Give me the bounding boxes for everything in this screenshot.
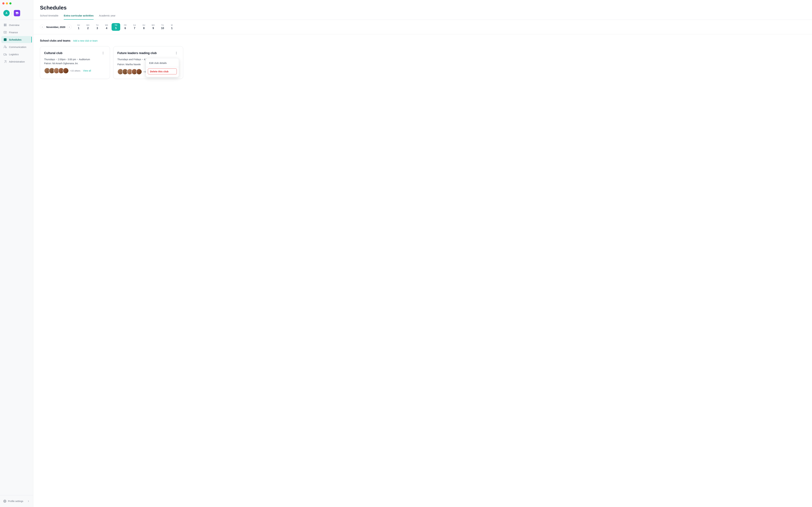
main-content: Schedules School timetable Extra curricu… (33, 0, 812, 507)
sidebar-item-label-administration: Administration (9, 60, 25, 63)
day-strip: SU 1 MO 2 TU 3 WE 4 TH 5 FR 6 (74, 23, 176, 31)
more-btn-wrapper-future: Edit club details Delete this club (174, 50, 179, 56)
club-name-future: Future leaders reading club (117, 51, 157, 55)
month-navigation: ‹ November, 2020 › (40, 24, 71, 29)
day-cell-mo2[interactable]: MO 2 (84, 23, 92, 31)
sidebar: A | Overview (0, 0, 33, 507)
day-cell-tu10[interactable]: TU 10 (158, 23, 167, 31)
day-cell-mo9[interactable]: MO 9 (149, 23, 157, 31)
sidebar-nav: Overview Finance (0, 21, 33, 65)
maximize-button[interactable] (9, 2, 11, 4)
svg-point-21 (4, 501, 5, 502)
svg-point-24 (103, 54, 103, 54)
sidebar-item-label-overview: Overview (9, 23, 19, 26)
profile-settings-item[interactable]: Profile settings (1, 498, 32, 504)
close-button[interactable] (2, 2, 4, 4)
club-dropdown-menu: Edit club details Delete this club (146, 58, 179, 77)
svg-point-13 (4, 46, 5, 47)
chevron-right-icon (27, 500, 30, 503)
day-cell-tu3[interactable]: TU 3 (93, 23, 102, 31)
clubs-grid: Cultural club Thursdays • 2:00pm - 3:00 … (40, 46, 805, 79)
sidebar-item-logistics[interactable]: Logistics (1, 51, 32, 58)
svg-point-20 (6, 61, 6, 61)
day-cell-su1[interactable]: SU 1 (74, 23, 83, 31)
sidebar-item-finance[interactable]: Finance (1, 29, 32, 36)
svg-point-11 (5, 40, 5, 40)
main-header: Schedules School timetable Extra curricu… (33, 0, 812, 20)
day-cell-fr6[interactable]: FR 6 (121, 23, 130, 31)
member-avatar-stack-cultural (44, 68, 69, 74)
member-avatar-5 (63, 68, 69, 74)
tab-academic-year[interactable]: Academic year (99, 14, 115, 20)
svg-rect-17 (4, 54, 6, 55)
traffic-lights (2, 2, 11, 4)
clubs-section-title: School clubs and teams (40, 39, 70, 42)
sidebar-item-overview[interactable]: Overview (1, 21, 32, 29)
sidebar-bottom: Profile settings (0, 495, 33, 507)
administration-icon (3, 60, 7, 63)
svg-rect-4 (4, 31, 7, 33)
svg-rect-1 (5, 24, 6, 25)
day-cell-su8[interactable]: SU 8 (140, 23, 148, 31)
club-name-cultural: Cultural club (44, 51, 62, 55)
svg-point-19 (6, 55, 6, 56)
profile-settings-label: Profile settings (8, 500, 23, 503)
logistics-icon (3, 52, 7, 56)
divider-pipe: | (11, 11, 12, 15)
delete-club-item[interactable]: Delete this club (148, 68, 177, 74)
club-card-header-future: Future leaders reading club Edit club de… (117, 50, 179, 56)
prev-month-button[interactable]: ‹ (40, 24, 45, 29)
day-cell-w1[interactable]: W 1 (167, 23, 176, 31)
schedules-icon (3, 38, 7, 42)
communication-icon (3, 45, 7, 49)
day-cell-th5-today[interactable]: TH 5 (111, 23, 120, 31)
sidebar-item-label-schedules: Schedules (9, 38, 21, 41)
svg-point-25 (176, 52, 176, 52)
club-schedule-cultural: Thursdays • 2:00pm - 3:00 pm • Auditoriu… (44, 58, 106, 61)
day-cell-sa7[interactable]: SA 7 (130, 23, 139, 31)
main-content-area: School clubs and teams Add a new club or… (33, 34, 812, 84)
svg-rect-2 (4, 25, 5, 26)
svg-point-18 (4, 55, 4, 56)
edit-club-details-item[interactable]: Edit club details (146, 60, 179, 66)
more-dots-icon (101, 51, 105, 55)
view-all-link-cultural[interactable]: View all (83, 69, 91, 72)
more-dots-icon-future (175, 51, 178, 55)
svg-point-22 (103, 52, 103, 52)
sidebar-item-label-communication: Communication (9, 46, 26, 48)
tab-school-timetable[interactable]: School timetable (40, 14, 58, 20)
club-more-button-cultural[interactable] (100, 50, 106, 56)
clubs-section-header: School clubs and teams Add a new club or… (40, 39, 805, 42)
member-avatar-f5 (136, 69, 142, 75)
club-patron-cultural: Patron: Nii Amarh Ogbonana Jnr. (44, 62, 106, 65)
club-members-cultural: +15 others View all (44, 68, 106, 74)
active-nav-indicator (31, 37, 32, 43)
club-more-button-future[interactable] (174, 50, 179, 56)
overview-icon (3, 23, 7, 27)
user-avatar[interactable]: A (3, 10, 10, 16)
school-logo[interactable] (14, 10, 20, 16)
finance-icon (3, 31, 7, 34)
tab-extra-curricular[interactable]: Extra curricular activities (64, 14, 94, 20)
next-month-button[interactable]: › (67, 24, 71, 29)
others-count-cultural: +15 others (70, 69, 81, 72)
svg-point-5 (5, 32, 6, 33)
add-club-link[interactable]: Add a new club or team (73, 40, 98, 42)
svg-rect-3 (5, 25, 6, 26)
svg-point-26 (176, 53, 176, 53)
tab-bar: School timetable Extra curricular activi… (40, 14, 805, 20)
svg-rect-0 (4, 24, 5, 25)
svg-point-27 (176, 54, 176, 54)
svg-point-12 (5, 40, 6, 40)
sidebar-item-administration[interactable]: Administration (1, 58, 32, 65)
member-avatar-stack-future (117, 69, 142, 75)
calendar-strip: ‹ November, 2020 › SU 1 MO 2 TU 3 WE 4 T… (33, 20, 812, 34)
svg-point-10 (4, 40, 5, 40)
sidebar-item-label-finance: Finance (9, 31, 18, 34)
gear-icon (3, 500, 6, 503)
sidebar-item-communication[interactable]: Communication (1, 43, 32, 50)
sidebar-item-schedules[interactable]: Schedules (1, 36, 32, 43)
day-cell-we4[interactable]: WE 4 (102, 23, 111, 31)
minimize-button[interactable] (6, 2, 8, 4)
page-title: Schedules (40, 5, 805, 11)
